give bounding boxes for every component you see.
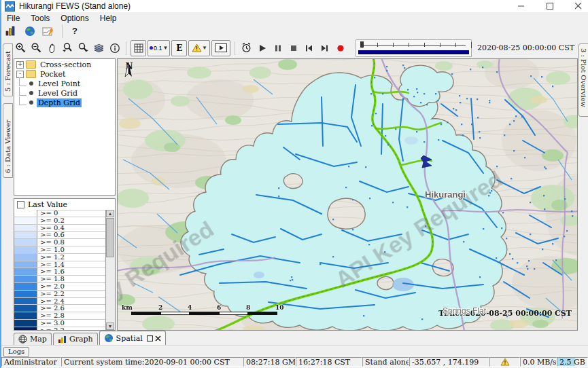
legend-row[interactable]: >= 1.2	[14, 254, 106, 261]
map-viewport[interactable]: API Key Required API Key Required N km 2…	[117, 58, 578, 331]
timeline-tick	[455, 43, 456, 47]
place-label-springs-flat: Springs Flat	[443, 306, 486, 316]
tab-graph[interactable]: Graph	[53, 333, 98, 345]
menu-bar: File Tools Options Help	[1, 12, 588, 24]
scale-bar: km 246810	[122, 304, 288, 319]
scale-segment	[190, 312, 219, 315]
status-gmt-time: 08:27:18 GMT	[243, 357, 296, 367]
scroll-thumb[interactable]	[106, 218, 114, 257]
info-icon[interactable]	[107, 41, 122, 56]
stop-button[interactable]	[286, 41, 300, 56]
legend-swatch	[14, 254, 37, 261]
animation-export-button[interactable]	[211, 40, 230, 56]
legend-swatch	[14, 225, 37, 232]
animation-clock-icon[interactable]	[239, 41, 254, 56]
skip-start-button[interactable]	[302, 41, 316, 56]
grid-display-button[interactable]	[131, 40, 146, 56]
title-bar: Hikurangi FEWS (Stand alone)	[1, 0, 588, 13]
app-icon	[5, 1, 15, 12]
window-title: Hikurangi FEWS (Stand alone)	[19, 1, 131, 11]
graph-icon	[58, 335, 67, 344]
legend-row[interactable]: >= 0.2	[14, 217, 106, 225]
tree-connector	[19, 96, 27, 105]
timeline-slider[interactable]	[356, 39, 471, 57]
toolbar-separator	[62, 24, 63, 38]
legend-swatch	[14, 298, 37, 305]
maximize-icon[interactable]	[546, 2, 554, 10]
zoom-next-icon[interactable]	[76, 41, 90, 56]
last-value-checkbox[interactable]	[17, 201, 24, 208]
tab-forecast[interactable]: 5 : Forecast	[3, 43, 13, 96]
close-icon[interactable]	[574, 2, 583, 10]
tree-item-depth-grid[interactable]: Depth Grid	[14, 98, 115, 107]
globe-icon[interactable]	[22, 24, 37, 39]
legend-panel: Last Value >= 0>= 0.2>= 0.4>= 0.6>= 0.8>…	[14, 198, 116, 331]
explorer-chart-icon[interactable]	[4, 24, 18, 39]
tab-spatial-label: Spatial	[116, 334, 143, 343]
menu-file[interactable]: File	[1, 13, 25, 24]
legend-row[interactable]: >= 2.2	[14, 291, 106, 298]
help-button[interactable]: ?	[69, 26, 80, 36]
tree-expander-icon[interactable]: -	[16, 71, 24, 78]
left-tab-strip: 5 : Forecast 6 : Data Viewer	[1, 42, 14, 331]
scale-tick-label: 4	[188, 304, 192, 311]
bottom-tab-bar: Map Graph Spatial	[1, 331, 588, 345]
tab-data-viewer[interactable]: 6 : Data Viewer	[3, 103, 13, 178]
zoom-out-icon[interactable]	[29, 41, 44, 56]
tab-spatial[interactable]: Spatial	[99, 331, 166, 345]
scroll-down-icon[interactable]: ▼	[106, 323, 114, 330]
tree-item-label: Pocket	[39, 70, 67, 79]
leaf-icon	[29, 100, 33, 105]
scroll-up-icon[interactable]: ▲	[106, 210, 114, 217]
legend-label: >= 3.0	[37, 320, 106, 327]
tree-item-level-point[interactable]: Level Point	[14, 79, 115, 88]
minimize-icon[interactable]	[517, 2, 525, 10]
leaf-icon	[29, 81, 33, 86]
menu-tools[interactable]: Tools	[25, 13, 55, 24]
status-coordinates: -35.657 , 174.199	[409, 357, 489, 367]
status-mode: Stand alone	[362, 357, 409, 367]
tree-item-cross-section[interactable]: +Cross-section	[14, 60, 115, 69]
tree-item-label: Depth Grid	[37, 98, 82, 107]
elevation-button[interactable]: E	[171, 40, 187, 56]
tab-map[interactable]: Map	[14, 333, 52, 345]
legend-label: >= 0	[37, 210, 106, 217]
tree-expander-icon[interactable]: +	[16, 61, 24, 69]
status-local-time: 16:27:18 CST	[296, 357, 362, 367]
record-button[interactable]	[333, 41, 347, 56]
zoom-in-icon[interactable]	[14, 41, 28, 56]
status-warning[interactable]	[489, 357, 520, 367]
menu-options[interactable]: Options	[55, 13, 94, 24]
zoom-previous-icon[interactable]	[60, 41, 75, 56]
pause-button[interactable]	[271, 41, 285, 56]
status-user: Administrator	[1, 357, 61, 367]
close-tab-icon[interactable]	[155, 335, 161, 342]
contour-interval-dropdown[interactable]: 0.1▼	[148, 40, 170, 56]
tab-plot-overview[interactable]: 3 : Plot Overview	[578, 43, 588, 117]
restore-icon[interactable]	[147, 335, 153, 342]
layers-icon[interactable]	[92, 41, 106, 56]
legend-swatch	[14, 261, 37, 268]
menu-help[interactable]: Help	[94, 13, 122, 24]
main-toolbar: ?	[1, 24, 588, 37]
skip-end-button[interactable]	[317, 41, 332, 56]
warning-threshold-dropdown[interactable]: ▼	[188, 40, 210, 56]
tree-item-pocket[interactable]: -Pocket	[14, 70, 115, 78]
leaf-icon	[29, 91, 33, 95]
legend-swatch	[14, 291, 37, 297]
timeline-tick	[362, 42, 362, 48]
logs-button[interactable]: Logs	[3, 347, 29, 357]
play-button[interactable]	[255, 41, 269, 56]
timeline-tick	[393, 43, 394, 47]
profile-chart-icon[interactable]	[41, 24, 55, 39]
tree-item-level-grid[interactable]: Level Grid	[14, 89, 115, 97]
pan-hand-icon[interactable]	[45, 41, 59, 56]
tree: +Cross-section-PocketLevel PointLevel Gr…	[14, 58, 116, 196]
legend-swatch	[14, 305, 37, 312]
legend-swatch	[14, 232, 37, 238]
legend-swatch	[14, 276, 37, 282]
folder-icon	[26, 70, 36, 78]
status-memory: 2.5 GB	[557, 357, 588, 367]
legend-scrollbar[interactable]: ▲ ▼	[105, 210, 115, 330]
legend-label: >= 0.2	[37, 217, 106, 224]
